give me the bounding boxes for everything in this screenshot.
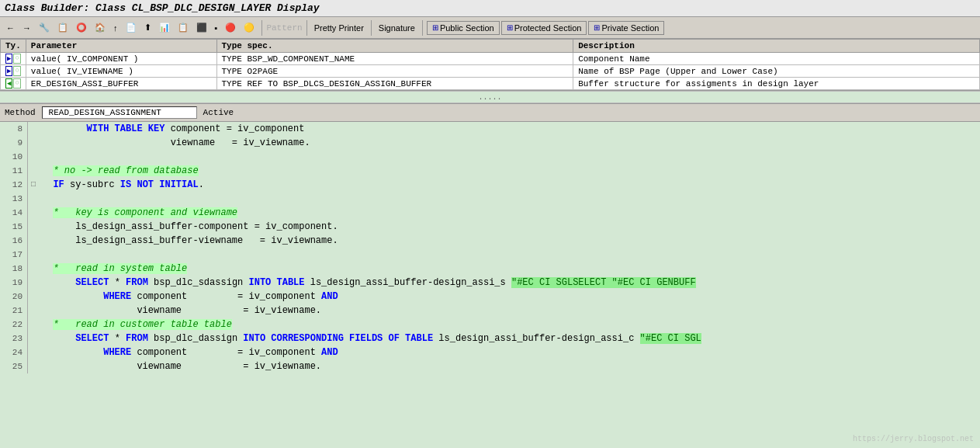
line-number: 10 [0,150,28,164]
code-text: WHERE component = iv_component AND [39,346,980,359]
private-section-button[interactable]: ⊞ Private Section [588,21,664,35]
fold-icon[interactable]: □ [28,178,39,192]
toolbar-separator3 [371,20,372,36]
public-section-icon: ⊞ [432,23,438,32]
protected-section-label: Protected Section [514,23,582,33]
code-text: viewname = iv_viewname. [39,359,980,373]
line-number: 22 [0,318,28,332]
btn12[interactable]: 🔴 [222,21,239,34]
btn11[interactable]: ▪ [212,22,221,34]
fold-icon [28,359,39,373]
col-parameter: Parameter [26,40,216,53]
code-text [39,248,980,262]
method-bar: Method READ_DESIGN_ASSIGNMENT Active [0,103,980,122]
back-button[interactable]: ← [3,22,18,34]
btn8[interactable]: 📊 [156,21,173,34]
code-text: viewname = iv_viewname. [39,136,980,150]
table-row: ▶○ value( IV_VIEWNAME ) TYPE O2PAGE Name… [1,65,980,78]
code-line: 11 * no -> read from database [0,164,980,178]
code-text: * read in customer table table [39,318,980,332]
parameters-table: Ty. Parameter Type spec. Description ▶○ … [0,39,980,90]
toolbar: ← → 🔧 📋 ⭕ 🏠 ↑ 📄 ⬆ 📊 📋 ⬛ ▪ 🔴 🟡 Pattern Pr… [0,17,980,39]
table-row: ◀○ ER_DESIGN_ASSI_BUFFER TYPE REF TO BSP… [1,78,980,90]
ellipsis-row: ..... [0,91,980,103]
table-row: ▶○ value( IV_COMPONENT ) TYPE BSP_WD_COM… [1,53,980,65]
line-number: 11 [0,164,28,178]
line-number: 17 [0,248,28,262]
public-section-label: Public Section [440,23,494,33]
private-section-label: Private Section [601,23,659,33]
btn6[interactable]: 📄 [123,21,140,34]
code-line: 9 viewname = iv_viewname. [0,136,980,150]
code-text: * key is component and viewname [39,206,980,220]
btn4[interactable]: 🏠 [92,21,109,34]
pretty-printer-button[interactable]: Pretty Printer [311,22,367,34]
btn7[interactable]: ⬆ [141,21,154,34]
col-ty: Ty. [1,40,26,53]
code-text: ls_design_assi_buffer-component = iv_com… [39,220,980,234]
code-text: * no -> read from database [39,164,980,178]
btn9[interactable]: 📋 [175,21,192,34]
fold-icon [28,192,39,206]
private-section-icon: ⊞ [594,23,600,32]
param-icon: ▶○ [1,53,26,65]
code-line: 25 viewname = iv_viewname. [0,359,980,373]
fold-icon [28,220,39,234]
code-line: 14 * key is component and viewname [0,206,980,220]
param-desc: Component Name [573,53,980,65]
col-typespec: Type spec. [216,40,573,53]
btn5[interactable]: ↑ [110,22,121,34]
btn3[interactable]: ⭕ [73,21,90,34]
code-line: 12□ IF sy-subrc IS NOT INITIAL. [0,178,980,192]
signature-button[interactable]: Signature [376,22,418,34]
public-section-button[interactable]: ⊞ Public Section [427,21,500,35]
code-line: 22 * read in customer table table [0,318,980,332]
fold-icon [28,136,39,150]
title-text: Class Builder: Class CL_BSP_DLC_DESIGN_L… [5,2,320,14]
code-text: IF sy-subrc IS NOT INITIAL. [39,178,980,192]
line-number: 15 [0,220,28,234]
fold-icon [28,164,39,178]
code-line: 16 ls_design_assi_buffer-viewname = iv_v… [0,234,980,248]
param-icon: ◀○ [1,78,26,90]
fold-icon [28,262,39,276]
line-number: 16 [0,234,28,248]
code-text: WITH TABLE KEY component = iv_component [39,122,980,136]
forward-button[interactable]: → [19,22,34,34]
code-line: 8 WITH TABLE KEY component = iv_componen… [0,122,980,136]
btn10[interactable]: ⬛ [193,21,210,34]
code-text [39,192,980,206]
fold-icon [28,276,39,290]
line-number: 20 [0,290,28,304]
fold-icon [28,234,39,248]
method-label: Method [5,108,36,117]
toolbar-separator [261,20,262,36]
param-desc: Name of BSP Page (Upper and Lower Case) [573,65,980,78]
line-number: 14 [0,206,28,220]
param-name: ER_DESIGN_ASSI_BUFFER [26,78,216,90]
fold-icon [28,150,39,164]
btn13[interactable]: 🟡 [241,21,258,34]
code-text [39,150,980,164]
code-text: viewname = iv_viewname. [39,304,980,318]
param-name: value( IV_COMPONENT ) [26,53,216,65]
protected-section-button[interactable]: ⊞ Protected Section [501,21,587,35]
code-line: 19 SELECT * FROM bsp_dlc_sdassign INTO T… [0,276,980,290]
pattern-label: Pattern [266,23,302,33]
btn1[interactable]: 🔧 [36,21,53,34]
btn2[interactable]: 📋 [54,21,71,34]
watermark: https://jerry.blogspot.net [853,435,974,443]
protected-section-icon: ⊞ [507,23,513,32]
code-line: 17 [0,248,980,262]
line-number: 25 [0,359,28,373]
code-line: 23 SELECT * FROM bsp_dlc_dassign INTO CO… [0,332,980,346]
param-icon: ▶○ [1,65,26,78]
fold-icon [28,206,39,220]
line-number: 13 [0,192,28,206]
line-number: 24 [0,346,28,359]
fold-icon [28,248,39,262]
code-text: WHERE component = iv_component AND [39,290,980,304]
method-name-field: READ_DESIGN_ASSIGNMENT [42,106,197,119]
fold-icon [28,290,39,304]
param-name: value( IV_VIEWNAME ) [26,65,216,78]
